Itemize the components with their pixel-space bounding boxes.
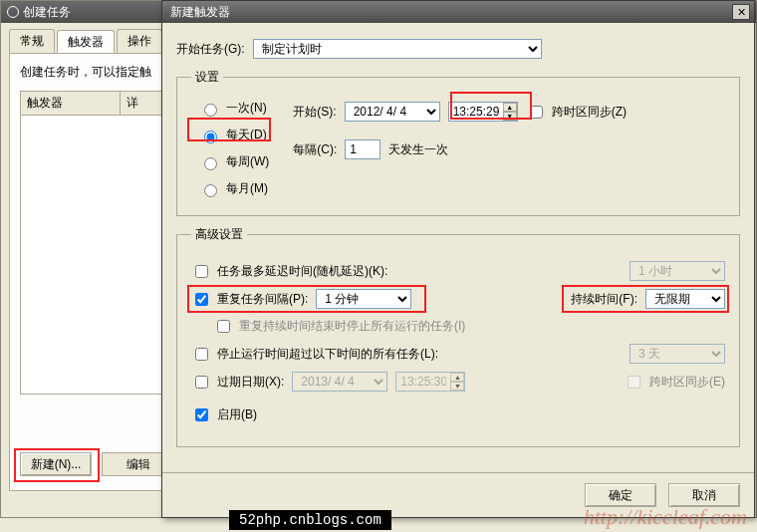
watermark-site: http://kiccleaf.com bbox=[584, 504, 747, 530]
frequency-radios: 一次(N) 每天(D) 每周(W) 每月(M) bbox=[191, 96, 273, 201]
every-input[interactable] bbox=[345, 139, 380, 159]
freq-daily[interactable]: 每天(D) bbox=[199, 127, 269, 143]
new-trigger-dialog: 新建触发器 ✕ 开始任务(G): 制定计划时 设置 一次(N) 每天(D) 每周… bbox=[161, 0, 755, 518]
delay-select: 1 小时 bbox=[630, 261, 725, 281]
expire-time-spinner: ▲▼ bbox=[395, 372, 465, 392]
start-date-select[interactable]: 2012/ 4/ 4 bbox=[345, 102, 440, 122]
enable-checkbox[interactable]: 启用(B) bbox=[191, 405, 257, 424]
start-task-select[interactable]: 制定计划时 bbox=[253, 39, 542, 59]
settings-legend: 设置 bbox=[191, 69, 223, 86]
spin-up-icon: ▲ bbox=[450, 373, 464, 382]
create-task-title: 创建任务 bbox=[23, 4, 71, 21]
advanced-legend: 高级设置 bbox=[191, 226, 247, 243]
freq-monthly[interactable]: 每月(M) bbox=[199, 180, 269, 197]
start-task-label: 开始任务(G): bbox=[176, 41, 245, 58]
repeat-select[interactable]: 1 分钟 bbox=[316, 289, 411, 309]
tab-actions[interactable]: 操作 bbox=[117, 29, 162, 53]
every-label: 每隔(C): bbox=[293, 141, 337, 158]
expire-checkbox[interactable]: 过期日期(X): bbox=[191, 373, 284, 392]
stop-after-checkbox[interactable]: 停止运行时间超过以下时间的所有任务(L): bbox=[191, 345, 438, 364]
stop-at-end-checkbox[interactable]: 重复持续时间结束时停止所有运行的任务(I) bbox=[213, 317, 465, 336]
settings-fieldset: 设置 一次(N) 每天(D) 每周(W) 每月(M) 开始(S): 2012/ … bbox=[176, 69, 740, 216]
delay-checkbox[interactable]: 任务最多延迟时间(随机延迟)(K): bbox=[191, 262, 387, 281]
duration-select[interactable]: 无限期 bbox=[645, 289, 725, 309]
start-time-input[interactable] bbox=[449, 103, 503, 121]
every-suffix: 天发生一次 bbox=[388, 141, 448, 158]
start-label: 开始(S): bbox=[293, 104, 336, 121]
freq-once[interactable]: 一次(N) bbox=[199, 100, 269, 117]
repeat-checkbox[interactable]: 重复任务间隔(P): bbox=[191, 290, 308, 309]
expire-date-select: 2013/ 4/ 4 bbox=[292, 372, 387, 392]
new-trigger-button[interactable]: 新建(N)... bbox=[20, 452, 92, 476]
close-icon[interactable]: ✕ bbox=[732, 4, 750, 20]
duration-label: 持续时间(F): bbox=[571, 291, 637, 308]
new-trigger-title: 新建触发器 bbox=[170, 4, 230, 21]
watermark-blog: 52php.cnblogs.com bbox=[229, 510, 391, 530]
spin-down-icon[interactable]: ▼ bbox=[503, 112, 517, 121]
start-time-spinner[interactable]: ▲▼ bbox=[448, 102, 518, 122]
tz-sync-checkbox[interactable]: 跨时区同步(Z) bbox=[526, 103, 627, 122]
stop-after-select: 3 天 bbox=[630, 344, 725, 364]
spin-down-icon: ▼ bbox=[450, 382, 464, 391]
new-trigger-titlebar: 新建触发器 ✕ bbox=[162, 1, 754, 23]
col-trigger[interactable]: 触发器 bbox=[21, 92, 121, 115]
spin-up-icon[interactable]: ▲ bbox=[503, 103, 517, 112]
freq-weekly[interactable]: 每周(W) bbox=[199, 153, 269, 170]
expire-tz-checkbox: 跨时区同步(E) bbox=[624, 373, 725, 392]
tab-general[interactable]: 常规 bbox=[9, 29, 55, 53]
tab-triggers[interactable]: 触发器 bbox=[57, 30, 115, 54]
clock-icon bbox=[7, 6, 19, 18]
expire-time-input bbox=[396, 373, 450, 391]
advanced-fieldset: 高级设置 任务最多延迟时间(随机延迟)(K): 1 小时 重复任务间隔(P): … bbox=[176, 226, 740, 447]
new-trigger-content: 开始任务(G): 制定计划时 设置 一次(N) 每天(D) 每周(W) 每月(M… bbox=[162, 23, 754, 467]
